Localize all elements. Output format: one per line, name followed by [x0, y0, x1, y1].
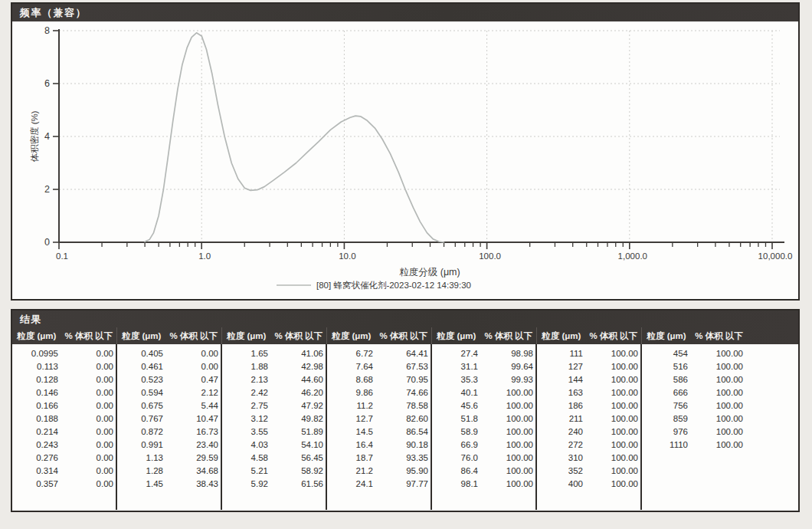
- size-value: 0.872: [117, 426, 163, 439]
- size-value: 454: [642, 347, 688, 360]
- size-value: 0.357: [12, 478, 58, 491]
- frequency-panel: 频率（兼容） 024680.11.010.0100.01,000.010,000…: [11, 2, 800, 301]
- frequency-panel-title: 频率（兼容）: [12, 4, 798, 21]
- size-value: 0.0995: [12, 347, 58, 360]
- pct-value: 100.00: [478, 426, 533, 439]
- size-value: 66.9: [432, 439, 478, 452]
- pct-value: 100.00: [583, 399, 638, 412]
- size-value: 186: [537, 399, 583, 412]
- size-value: 3.12: [222, 412, 268, 426]
- table-row: 0.2430.00: [12, 439, 116, 452]
- size-value: 0.276: [12, 452, 58, 465]
- size-value: 111: [537, 347, 583, 360]
- table-row: 0.3140.00: [12, 465, 116, 478]
- pct-value: 38.43: [163, 478, 218, 491]
- size-value: 1.45: [117, 478, 163, 491]
- table-row: 40.1100.00: [432, 386, 535, 399]
- svg-text:0: 0: [44, 237, 50, 248]
- table-row: 1.8842.98: [222, 360, 326, 373]
- pct-value: 42.98: [268, 360, 323, 373]
- pct-value: 0.47: [163, 373, 218, 386]
- size-value: 2.42: [222, 386, 268, 399]
- pct-value: 93.35: [373, 452, 428, 465]
- table-row: 0.1280.00: [12, 373, 116, 386]
- size-value: 8.68: [327, 373, 373, 386]
- table-row: 76.0100.00: [432, 452, 535, 465]
- table-row: 11.278.58: [327, 399, 431, 412]
- table-row: 66.9100.00: [432, 439, 535, 452]
- svg-text:体积密度 (%): 体积密度 (%): [30, 110, 39, 162]
- size-value: 163: [537, 386, 583, 399]
- pct-value: 98.98: [478, 347, 533, 360]
- pct-value: 100.00: [478, 478, 533, 491]
- size-value: 976: [642, 426, 688, 439]
- pct-value: 100.00: [688, 426, 743, 439]
- table-row: 0.87216.73: [117, 426, 221, 439]
- column-group-header: 粒度 (μm)% 体积 以下: [12, 327, 117, 344]
- size-value: 400: [537, 478, 583, 491]
- size-value: 35.3: [432, 373, 478, 386]
- table-row: 18.793.35: [327, 452, 431, 465]
- svg-text:[80] 蜂窝状催化剂-2023-02-12 14:39:3: [80] 蜂窝状催化剂-2023-02-12 14:39:30: [316, 281, 471, 290]
- pct-value: 74.66: [373, 386, 428, 399]
- svg-text:100.0: 100.0: [479, 251, 501, 261]
- column-group-header: 粒度 (μm)% 体积 以下: [327, 327, 432, 344]
- size-value: 859: [642, 412, 688, 426]
- results-table: 0.09950.000.1130.000.1280.000.1460.000.1…: [12, 344, 798, 510]
- pct-column-header: % 体积 以下: [61, 327, 116, 344]
- table-row: 211100.00: [537, 412, 640, 426]
- size-value: 0.675: [117, 399, 163, 412]
- size-column-header: 粒度 (μm): [12, 327, 61, 344]
- table-row: 0.4050.00: [117, 347, 221, 360]
- pct-value: 0.00: [58, 412, 113, 426]
- size-value: 516: [642, 360, 688, 373]
- table-row: 27.498.98: [432, 347, 535, 360]
- pct-value: 100.00: [583, 412, 638, 426]
- size-value: 1.88: [222, 360, 268, 373]
- pct-value: 0.00: [58, 373, 113, 386]
- size-value: 0.594: [117, 386, 163, 399]
- pct-value: 46.20: [268, 386, 323, 399]
- pct-value: 100.00: [478, 452, 533, 465]
- size-value: 18.7: [327, 452, 373, 465]
- pct-value: 95.90: [373, 465, 428, 478]
- table-row: 240100.00: [537, 426, 640, 439]
- pct-value: 0.00: [58, 478, 113, 491]
- pct-value: 0.00: [163, 347, 218, 360]
- pct-value: 100.00: [583, 465, 638, 478]
- table-row: 1.4538.43: [117, 478, 221, 491]
- table-row: 127100.00: [537, 360, 640, 373]
- table-row: 4.5856.45: [222, 452, 326, 465]
- pct-column-header: % 体积 以下: [376, 327, 431, 344]
- table-row: 5.2158.92: [222, 465, 326, 478]
- size-value: 76.0: [432, 452, 478, 465]
- pct-value: 61.56: [268, 478, 323, 491]
- size-value: 7.64: [327, 360, 373, 373]
- pct-value: 10.47: [163, 412, 218, 426]
- svg-text:0.1: 0.1: [56, 251, 68, 261]
- table-column-group: 0.09950.000.1130.000.1280.000.1460.000.1…: [12, 344, 117, 510]
- size-column-header: 粒度 (μm): [327, 327, 376, 344]
- size-value: 0.523: [117, 373, 163, 386]
- svg-text:6: 6: [44, 78, 50, 89]
- table-row: 35.399.93: [432, 373, 535, 386]
- size-value: 240: [537, 426, 583, 439]
- pct-value: 86.54: [373, 426, 428, 439]
- table-row: 666100.00: [642, 386, 798, 399]
- size-value: 31.1: [432, 360, 478, 373]
- size-value: 352: [537, 465, 583, 478]
- table-row: 163100.00: [537, 386, 640, 399]
- psd-frequency-chart: 024680.11.010.0100.01,000.010,000.0粒度分级 …: [12, 21, 798, 299]
- pct-value: 78.58: [373, 399, 428, 412]
- size-value: 40.1: [432, 386, 478, 399]
- size-value: 211: [537, 412, 583, 426]
- table-row: 21.295.90: [327, 465, 431, 478]
- pct-value: 90.18: [373, 439, 428, 452]
- table-row: 6.7264.41: [327, 347, 431, 360]
- table-row: 8.6870.95: [327, 373, 431, 386]
- svg-text:1.0: 1.0: [198, 251, 211, 261]
- size-value: 5.92: [222, 478, 268, 491]
- table-row: 9.8674.66: [327, 386, 431, 399]
- table-row: 0.2760.00: [12, 452, 116, 465]
- pct-value: 97.77: [373, 478, 428, 491]
